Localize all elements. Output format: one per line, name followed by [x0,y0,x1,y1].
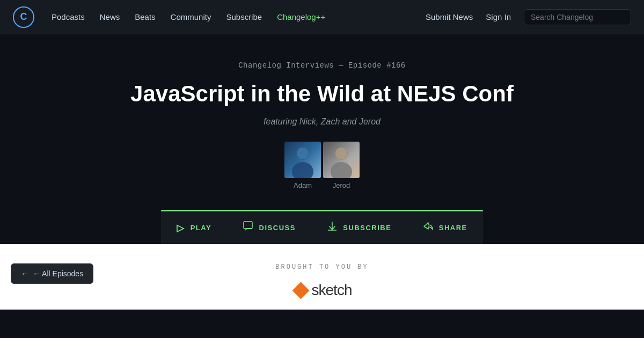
share-button[interactable]: SHARE [410,211,480,244]
sponsor-label: BROUGHT TO YOU BY [11,263,633,271]
submit-news-link[interactable]: Submit News [426,12,473,21]
discuss-label: DISCUSS [259,224,296,232]
nav-link-community[interactable]: Community [171,12,211,21]
episode-title: JavaScript in the Wild at NEJS Conf [11,80,633,107]
site-logo[interactable]: C [13,6,34,28]
sketch-diamond-icon [292,282,310,299]
sketch-logo-text: sketch [312,282,352,299]
avatar-jerod-wrap: Jerod [323,142,360,189]
share-label: SHARE [439,224,467,232]
nav-link-subscribe[interactable]: Subscribe [226,12,262,21]
hero-section: Changelog Interviews — Episode #166 Java… [0,34,644,210]
svg-point-3 [297,148,309,159]
svg-rect-8 [244,222,252,229]
subscribe-label: SUBSCRIBE [343,224,391,232]
avatar-adam [284,142,321,178]
episode-label: Changelog Interviews — Episode #166 [11,61,633,70]
nav-link-podcasts[interactable]: Podcasts [52,12,85,21]
play-icon: ▷ [177,222,185,234]
nav-right: Submit News Sign In [426,9,631,25]
nav-link-changelog-plus[interactable]: Changelog++ [277,12,325,21]
share-icon [423,221,434,234]
search-input[interactable] [524,9,631,25]
sketch-logo-mark: sketch [292,282,352,299]
discuss-button[interactable]: DISCUSS [230,211,309,244]
discuss-icon [243,221,254,234]
avatar-adam-name: Adam [294,181,312,189]
episode-featuring: featuring Nick, Zach and Jerod [11,117,633,127]
play-button[interactable]: ▷ PLAY [164,212,224,244]
nav-link-beats[interactable]: Beats [135,12,155,21]
back-arrow-icon: ← [21,269,28,278]
avatar-jerod-name: Jerod [333,181,350,189]
main-content: Changelog Interviews — Episode #166 Java… [0,34,644,310]
avatar-jerod [323,142,360,178]
navbar: C Podcasts News Beats Community Subscrib… [0,0,644,34]
svg-point-7 [335,148,347,159]
sponsor-section: BROUGHT TO YOU BY sketch [0,244,644,310]
nav-links: Podcasts News Beats Community Subscribe … [52,12,408,21]
avatar-adam-wrap: Adam [284,142,321,189]
subscribe-icon [327,221,338,234]
avatar-list: Adam [11,142,633,189]
action-bar: ▷ PLAY DISCUSS S [161,211,483,244]
play-label: PLAY [191,224,211,232]
all-episodes-label: ← All Episodes [33,269,83,278]
nav-link-news[interactable]: News [100,12,120,21]
all-episodes-button[interactable]: ← ← All Episodes [11,263,93,284]
action-bar-wrapper: ▷ PLAY DISCUSS S [161,210,483,244]
sign-in-link[interactable]: Sign In [486,12,511,21]
sponsor-logo: sketch [11,282,633,299]
subscribe-button[interactable]: SUBSCRIBE [314,211,404,244]
